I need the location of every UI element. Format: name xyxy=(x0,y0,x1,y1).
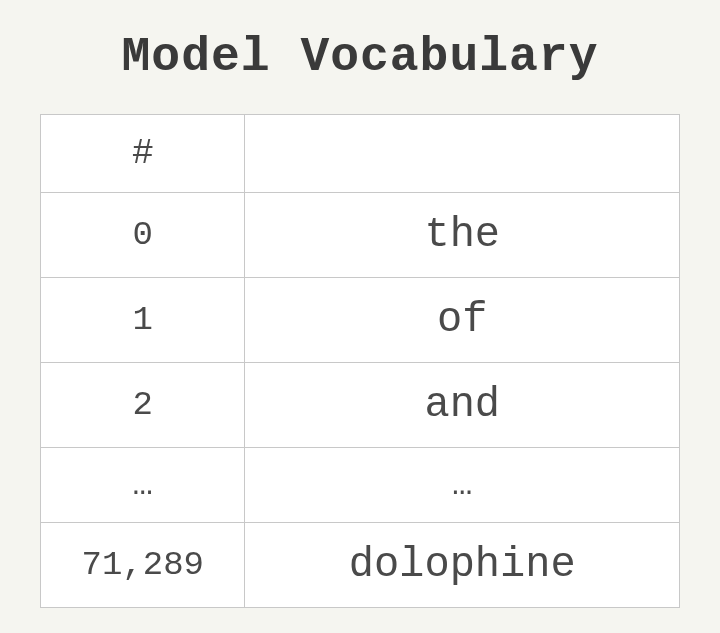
table-row: 1 of xyxy=(41,278,680,363)
table-row: 2 and xyxy=(41,363,680,448)
table-header-row: # xyxy=(41,115,680,193)
cell-index: 71,289 xyxy=(41,523,245,608)
cell-word-ellipsis: … xyxy=(245,448,680,523)
cell-index-ellipsis: … xyxy=(41,448,245,523)
cell-index: 0 xyxy=(41,193,245,278)
table-row: … … xyxy=(41,448,680,523)
vocabulary-table: # 0 the 1 of 2 and … … 71,289 dolophine xyxy=(40,114,680,608)
cell-word: and xyxy=(245,363,680,448)
cell-index: 2 xyxy=(41,363,245,448)
header-word xyxy=(245,115,680,193)
cell-word: the xyxy=(245,193,680,278)
cell-word: of xyxy=(245,278,680,363)
cell-word: dolophine xyxy=(245,523,680,608)
cell-index: 1 xyxy=(41,278,245,363)
table-row: 71,289 dolophine xyxy=(41,523,680,608)
header-index: # xyxy=(41,115,245,193)
table-row: 0 the xyxy=(41,193,680,278)
page-title: Model Vocabulary xyxy=(40,30,680,84)
